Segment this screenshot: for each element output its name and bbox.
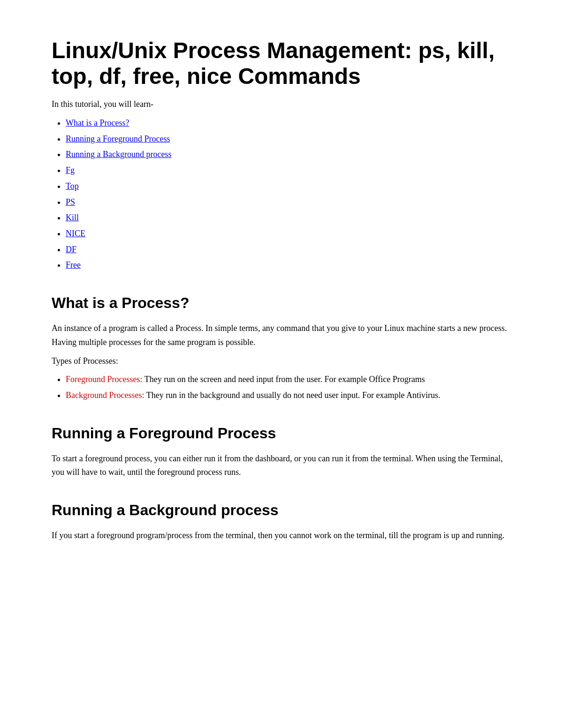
- toc-item-4: Fg: [66, 164, 511, 178]
- intro-text: In this tutorial, you will learn-: [52, 98, 511, 112]
- toc-link-7[interactable]: Kill: [66, 213, 79, 222]
- toc-item-2: Running a Foreground Process: [66, 132, 511, 146]
- background-text: They run in the background and usually d…: [144, 390, 440, 400]
- toc-item-7: Kill: [66, 211, 511, 225]
- toc-link-6[interactable]: PS: [66, 197, 75, 207]
- toc-link-1[interactable]: What is a Process?: [66, 118, 129, 128]
- toc-item-1: What is a Process?: [66, 116, 511, 130]
- section-heading-3: Running a Background process: [52, 498, 511, 522]
- toc-link-3[interactable]: Running a Background process: [66, 150, 171, 159]
- process-types-list: Foreground Processes: They run on the sc…: [66, 373, 511, 402]
- toc-link-5[interactable]: Top: [66, 181, 79, 191]
- background-process-item: Background Processes: They run in the ba…: [66, 389, 511, 403]
- foreground-process-item: Foreground Processes: They run on the sc…: [66, 373, 511, 387]
- toc-list: What is a Process? Running a Foreground …: [66, 116, 511, 272]
- toc-link-8[interactable]: NICE: [66, 229, 85, 238]
- section-paragraph-1-1: An instance of a program is called a Pro…: [52, 322, 511, 349]
- section-heading-2: Running a Foreground Process: [52, 421, 511, 445]
- toc-link-9[interactable]: DF: [66, 245, 76, 254]
- toc-link-10[interactable]: Free: [66, 260, 81, 270]
- section-paragraph-3-1: If you start a foreground program/proces…: [52, 529, 511, 543]
- foreground-text: They run on the screen and need input fr…: [142, 375, 425, 384]
- section-what-is-a-process: What is a Process? An instance of a prog…: [52, 291, 511, 403]
- page-title: Linux/Unix Process Management: ps, kill,…: [52, 38, 511, 89]
- toc-item-5: Top: [66, 180, 511, 194]
- toc-item-9: DF: [66, 243, 511, 257]
- section-paragraph-2-1: To start a foreground process, you can e…: [52, 452, 511, 480]
- toc-item-6: PS: [66, 195, 511, 210]
- toc-item-3: Running a Background process: [66, 148, 511, 162]
- toc-link-4[interactable]: Fg: [66, 165, 75, 175]
- background-label: Background Processes:: [66, 390, 144, 400]
- section-running-background: Running a Background process If you star…: [52, 498, 511, 543]
- toc-item-10: Free: [66, 258, 511, 272]
- section-heading-1: What is a Process?: [52, 291, 511, 315]
- toc-item-8: NICE: [66, 227, 511, 241]
- section-running-foreground: Running a Foreground Process To start a …: [52, 421, 511, 480]
- foreground-label: Foreground Processes:: [66, 375, 142, 384]
- section-paragraph-1-2: Types of Processes:: [52, 354, 511, 368]
- toc-link-2[interactable]: Running a Foreground Process: [66, 134, 170, 143]
